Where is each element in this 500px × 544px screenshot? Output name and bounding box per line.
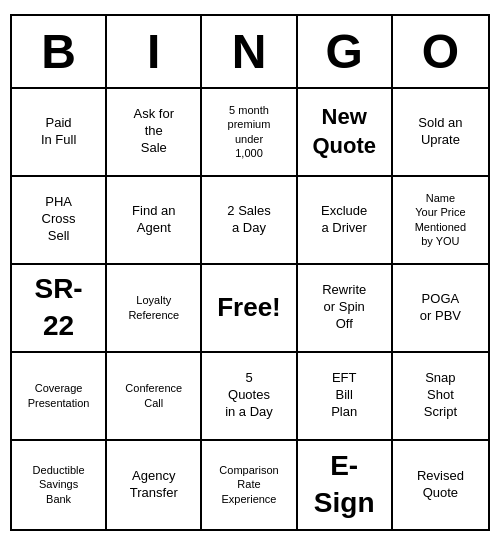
bingo-header: BINGO xyxy=(12,16,488,89)
bingo-cell-12: Free! xyxy=(202,265,297,353)
bingo-cell-20: DeductibleSavingsBank xyxy=(12,441,107,529)
bingo-cell-9: NameYour PriceMentionedby YOU xyxy=(393,177,488,265)
bingo-grid: PaidIn FullAsk fortheSale5 monthpremiumu… xyxy=(12,89,488,529)
bingo-letter-b: B xyxy=(12,16,107,87)
bingo-cell-6: Find anAgent xyxy=(107,177,202,265)
bingo-cell-4: Sold anUprate xyxy=(393,89,488,177)
bingo-cell-17: 5Quotesin a Day xyxy=(202,353,297,441)
bingo-card: BINGO PaidIn FullAsk fortheSale5 monthpr… xyxy=(10,14,490,531)
bingo-cell-19: SnapShotScript xyxy=(393,353,488,441)
bingo-cell-3: NewQuote xyxy=(298,89,393,177)
bingo-cell-1: Ask fortheSale xyxy=(107,89,202,177)
bingo-cell-23: E-Sign xyxy=(298,441,393,529)
bingo-cell-13: Rewriteor SpinOff xyxy=(298,265,393,353)
bingo-letter-o: O xyxy=(393,16,488,87)
bingo-letter-n: N xyxy=(202,16,297,87)
bingo-cell-5: PHACrossSell xyxy=(12,177,107,265)
bingo-cell-11: LoyaltyReference xyxy=(107,265,202,353)
bingo-cell-22: ComparisonRateExperience xyxy=(202,441,297,529)
bingo-cell-16: ConferenceCall xyxy=(107,353,202,441)
bingo-letter-g: G xyxy=(298,16,393,87)
bingo-cell-10: SR-22 xyxy=(12,265,107,353)
bingo-cell-0: PaidIn Full xyxy=(12,89,107,177)
bingo-letter-i: I xyxy=(107,16,202,87)
bingo-cell-7: 2 Salesa Day xyxy=(202,177,297,265)
bingo-cell-8: Excludea Driver xyxy=(298,177,393,265)
bingo-cell-14: POGAor PBV xyxy=(393,265,488,353)
bingo-cell-2: 5 monthpremiumunder1,000 xyxy=(202,89,297,177)
bingo-cell-21: AgencyTransfer xyxy=(107,441,202,529)
bingo-cell-15: CoveragePresentation xyxy=(12,353,107,441)
bingo-cell-24: RevisedQuote xyxy=(393,441,488,529)
bingo-cell-18: EFTBillPlan xyxy=(298,353,393,441)
